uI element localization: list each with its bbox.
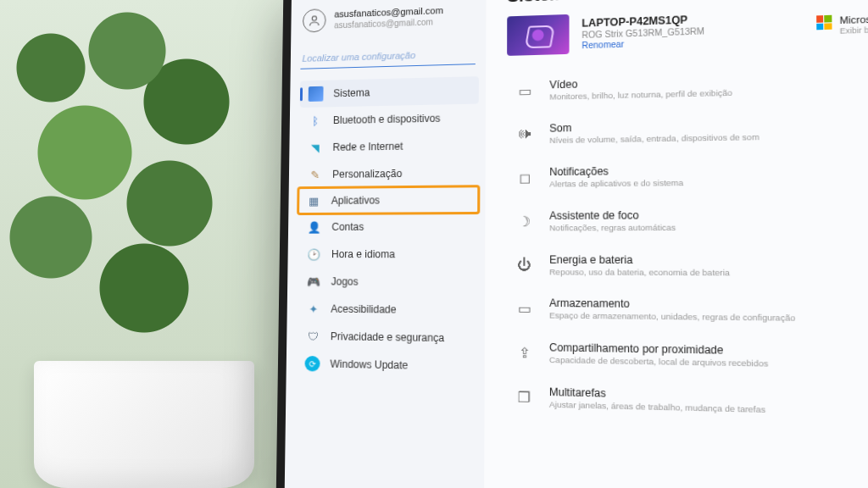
setting-desc: Espaço de armazenamento, unidades, regra… — [549, 311, 795, 324]
setting-desc: Alertas de aplicativos e do sistema — [549, 177, 683, 189]
setting-energia-e-bateria[interactable]: ⏻Energia e bateriaRepouso, uso da bateri… — [506, 244, 868, 287]
device-block[interactable]: LAPTOP-P42MS1QP ROG Strix G513RM_G513RM … — [507, 9, 704, 56]
ms365-subtitle: Exibir benefícios — [840, 25, 868, 36]
setting-text: VídeoMonitores, brilho, luz noturna, per… — [549, 75, 732, 103]
apps-icon: ▦ — [306, 193, 321, 208]
plant-pot — [34, 361, 254, 488]
bell-icon: ◻ — [514, 167, 535, 188]
sidebar-item-bluetooth-e-dispositivos[interactable]: ᛒBluetooth e dispositivos — [299, 104, 478, 135]
gaming-icon: 🎮 — [306, 274, 321, 289]
setting-som[interactable]: 🕪SomNíveis de volume, saída, entrada, di… — [507, 107, 868, 155]
sidebar-item-label: Bluetooth e dispositivos — [333, 113, 441, 126]
device-row: LAPTOP-P42MS1QP ROG Strix G513RM_G513RM … — [507, 3, 868, 56]
microsoft-365-tile[interactable]: Microsoft 365 Exibir benefícios — [816, 13, 868, 37]
ms365-title: Microsoft 365 — [839, 13, 868, 27]
settings-window: asusfanaticos@gmail.com asusfanaticos@gm… — [285, 0, 868, 488]
sidebar-item-contas[interactable]: 👤Contas — [298, 213, 478, 241]
personalization-icon: ✎ — [307, 167, 322, 182]
microsoft-logo-icon — [816, 15, 832, 30]
network-icon: ◥ — [308, 140, 323, 155]
sidebar-item-label: Personalização — [332, 168, 402, 180]
setting-notifica-es[interactable]: ◻NotificaçõesAlertas de aplicativos e do… — [507, 152, 868, 198]
moon-icon: ☽ — [514, 211, 535, 232]
sidebar-item-rede-e-internet[interactable]: ◥Rede e Internet — [299, 131, 479, 161]
sidebar-item-label: Windows Update — [330, 358, 408, 371]
windows-update-icon: ⟳ — [304, 356, 320, 372]
sidebar-item-label: Aplicativos — [331, 194, 380, 206]
avatar-icon — [303, 8, 326, 32]
nav-list: SistemaᛒBluetooth e dispositivos◥Rede e … — [296, 76, 478, 380]
sidebar-item-label: Jogos — [331, 275, 359, 287]
sidebar-item-hora-e-idioma[interactable]: 🕑Hora e idioma — [298, 241, 478, 269]
setting-multitarefas[interactable]: ❐MultitarefasAjustar janelas, áreas de t… — [506, 376, 868, 429]
setting-text: Assistente de focoNotificações, regras a… — [549, 208, 676, 233]
sidebar-item-jogos[interactable]: 🎮Jogos — [298, 268, 478, 297]
sidebar-item-personaliza-o[interactable]: ✎Personalização — [299, 159, 479, 189]
multitask-icon: ❐ — [513, 386, 535, 408]
privacy-icon: 🛡 — [305, 329, 320, 344]
sidebar-item-label: Rede e Internet — [332, 141, 403, 153]
sidebar: asusfanaticos@gmail.com asusfanaticos@gm… — [285, 0, 487, 488]
setting-text: ArmazenamentoEspaço de armazenamento, un… — [549, 297, 795, 324]
setting-title: Energia e bateria — [549, 253, 730, 267]
setting-title: Notificações — [549, 164, 683, 179]
setting-compartilhamento-por-proximidade[interactable]: ⇪Compartilhamento por proximidadeCapacid… — [506, 332, 868, 381]
device-info: LAPTOP-P42MS1QP ROG Strix G513RM_G513RM … — [581, 14, 704, 51]
sidebar-item-label: Hora e idioma — [331, 248, 395, 260]
search-input[interactable] — [300, 42, 476, 69]
storage-icon: ▭ — [514, 298, 535, 319]
settings-list: ▭VídeoMonitores, brilho, luz noturna, pe… — [506, 61, 868, 429]
sidebar-item-sistema[interactable]: Sistema — [300, 76, 479, 108]
sidebar-item-windows-update[interactable]: ⟳Windows Update — [296, 350, 477, 381]
setting-text: SomNíveis de volume, saída, entrada, dis… — [549, 119, 760, 146]
setting-text: NotificaçõesAlertas de aplicativos e do … — [549, 164, 683, 190]
setting-text: Energia e bateriaRepouso, uso da bateria… — [549, 253, 730, 278]
setting-title: Assistente de foco — [549, 208, 676, 222]
account-text: asusfanaticos@gmail.com asusfanaticos@gm… — [334, 5, 443, 30]
sidebar-item-acessibilidade[interactable]: ✦Acessibilidade — [297, 295, 477, 324]
time-language-icon: 🕑 — [306, 247, 321, 262]
setting-armazenamento[interactable]: ▭ArmazenamentoEspaço de armazenamento, u… — [506, 288, 868, 335]
bluetooth-icon: ᛒ — [308, 113, 323, 128]
sidebar-item-label: Acessibilidade — [331, 303, 396, 316]
ms365-text: Microsoft 365 Exibir benefícios — [839, 13, 868, 36]
accounts-icon: 👤 — [307, 219, 322, 235]
power-icon: ⏻ — [514, 254, 535, 275]
setting-assistente-de-foco[interactable]: ☽Assistente de focoNotificações, regras … — [506, 198, 868, 242]
sidebar-item-label: Contas — [331, 221, 364, 233]
sidebar-item-label: Privacidade e segurança — [331, 330, 444, 344]
setting-text: MultitarefasAjustar janelas, áreas de tr… — [549, 386, 765, 416]
share-icon: ⇪ — [513, 342, 535, 364]
system-icon — [309, 86, 324, 102]
main-panel: Sistema LAPTOP-P42MS1QP ROG Strix G513RM… — [484, 0, 868, 488]
setting-text: Compartilhamento por proximidadeCapacida… — [549, 341, 768, 369]
scene: asusfanaticos@gmail.com asusfanaticos@gm… — [0, 0, 868, 488]
setting-v-deo[interactable]: ▭VídeoMonitores, brilho, luz noturna, pe… — [507, 61, 868, 112]
device-wallpaper-thumb — [507, 14, 569, 56]
sidebar-item-aplicativos[interactable]: ▦Aplicativos — [297, 185, 480, 215]
accessibility-icon: ✦ — [305, 301, 320, 316]
laptop-frame: asusfanaticos@gmail.com asusfanaticos@gm… — [275, 0, 868, 488]
sound-icon: 🕪 — [514, 124, 535, 145]
sidebar-item-label: Sistema — [333, 86, 370, 99]
account-block[interactable]: asusfanaticos@gmail.com asusfanaticos@gm… — [301, 0, 479, 41]
setting-desc: Notificações, regras automáticas — [549, 222, 676, 233]
sidebar-item-privacidade-e-seguran-a[interactable]: 🛡Privacidade e segurança — [297, 322, 478, 352]
display-icon: ▭ — [514, 80, 535, 102]
setting-desc: Repouso, uso da bateria, economia de bat… — [549, 266, 730, 277]
svg-point-0 — [312, 16, 316, 20]
